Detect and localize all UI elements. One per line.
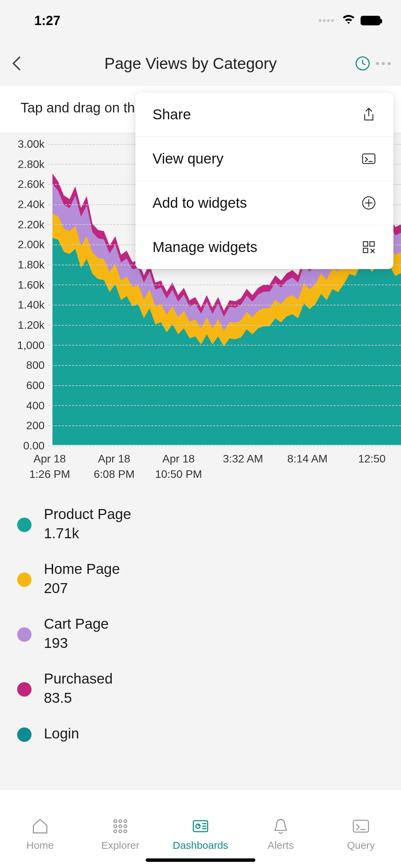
legend-series-name: Home Page [44, 561, 120, 577]
chart-legend: Product Page 1.71k Home Page 207 Cart Pa… [0, 489, 401, 771]
status-bar: 1:27 [0, 0, 401, 41]
back-button[interactable] [10, 50, 38, 77]
plus-circle-icon [361, 195, 376, 210]
home-icon [31, 817, 49, 835]
legend-series-name: Product Page [44, 506, 131, 522]
menu-item-view-query[interactable]: View query [135, 137, 393, 181]
app-header: Page Views by Category [0, 41, 401, 86]
x-tick: Apr 181:26 PM [24, 451, 75, 482]
tab-query[interactable]: Query [321, 789, 401, 868]
y-tick: 0.00 [10, 439, 401, 452]
y-tick: 1.40k [10, 299, 401, 311]
wifi-icon [341, 14, 356, 27]
svg-point-15 [119, 824, 122, 827]
tab-label: Query [347, 840, 375, 851]
legend-item[interactable]: Product Page 1.71k [17, 506, 384, 542]
svg-rect-6 [363, 242, 368, 246]
y-tick-label: 800 [10, 359, 48, 372]
menu-item-label: View query [153, 150, 223, 167]
tab-bar: Home Explorer Dashboards Alerts Query [0, 789, 401, 868]
svg-point-16 [124, 824, 127, 827]
menu-item-label: Share [153, 106, 191, 123]
svg-point-14 [114, 824, 117, 827]
status-icons [319, 14, 380, 27]
legend-item[interactable]: Purchased 83.5 [17, 671, 384, 706]
y-tick-label: 600 [10, 379, 48, 392]
menu-item-label: Add to widgets [153, 195, 247, 211]
legend-item[interactable]: Cart Page 193 [17, 616, 384, 651]
y-tick-label: 1.80k [10, 258, 48, 271]
tab-dashboards[interactable]: Dashboards [160, 789, 241, 868]
cellular-signal-icon [319, 19, 334, 22]
y-tick: 1,000 [10, 339, 401, 352]
gauge-icon [191, 817, 210, 835]
battery-icon [361, 16, 380, 25]
svg-rect-1 [363, 154, 375, 164]
svg-rect-8 [363, 248, 368, 253]
x-tick: 12:50 [346, 451, 398, 482]
svg-point-18 [119, 830, 122, 832]
legend-swatch [17, 727, 32, 742]
legend-series-value: 1.71k [44, 525, 131, 542]
svg-rect-7 [370, 242, 374, 246]
context-menu: Share View query Add to widgets Manage w… [135, 93, 393, 269]
y-tick-label: 2.40k [10, 198, 48, 211]
y-tick: 1.60k [10, 279, 401, 291]
legend-item[interactable]: Home Page 207 [17, 561, 384, 596]
tab-label: Alerts [268, 840, 294, 851]
y-tick: 800 [10, 359, 401, 372]
legend-swatch [17, 627, 32, 642]
y-tick: 1.20k [10, 319, 401, 331]
legend-swatch [17, 572, 32, 587]
share-icon [361, 107, 376, 122]
svg-point-17 [114, 830, 117, 832]
y-tick-label: 1,000 [10, 339, 48, 352]
y-tick-label: 3.00k [10, 138, 48, 150]
page-title: Page Views by Category [38, 54, 347, 73]
svg-line-22 [198, 824, 199, 826]
legend-swatch [17, 682, 32, 697]
y-tick-label: 1.20k [10, 319, 48, 331]
y-tick-label: 200 [10, 419, 48, 432]
terminal-icon [361, 151, 376, 166]
menu-item-add-to-widgets[interactable]: Add to widgets [135, 181, 393, 225]
svg-point-12 [119, 820, 122, 822]
legend-series-value: 207 [44, 580, 120, 596]
menu-item-share[interactable]: Share [135, 93, 393, 137]
svg-point-13 [124, 820, 127, 822]
terminal-icon [352, 817, 370, 835]
y-tick-label: 1.60k [10, 279, 48, 291]
clock-icon[interactable] [355, 56, 370, 71]
x-tick: 8:14 AM [282, 451, 333, 482]
y-tick-label: 1.40k [10, 299, 48, 311]
status-time: 1:27 [34, 13, 60, 28]
grid-icon [111, 817, 130, 835]
y-tick-label: 400 [10, 399, 48, 412]
tab-explorer[interactable]: Explorer [80, 789, 160, 868]
tab-label: Home [26, 840, 54, 851]
legend-series-name: Cart Page [44, 616, 109, 632]
more-options-button[interactable] [370, 62, 391, 65]
y-tick: 400 [10, 399, 401, 412]
y-tick-label: 0.00 [10, 439, 48, 452]
menu-item-manage-widgets[interactable]: Manage widgets [135, 225, 393, 269]
x-tick: 3:32 AM [217, 451, 269, 482]
x-tick: Apr 1810:50 PM [153, 451, 204, 482]
x-tick: Apr 186:08 PM [88, 451, 140, 482]
legend-series-value: 193 [44, 635, 109, 651]
svg-rect-26 [353, 820, 368, 832]
legend-swatch [17, 518, 32, 532]
legend-item[interactable]: Login [17, 725, 384, 742]
tab-alerts[interactable]: Alerts [241, 789, 321, 868]
y-tick: 600 [10, 379, 401, 392]
bell-icon [271, 817, 290, 835]
y-tick-label: 2.80k [10, 158, 48, 171]
menu-item-label: Manage widgets [153, 239, 257, 255]
legend-series-name: Login [44, 725, 79, 742]
tab-label: Explorer [101, 840, 139, 851]
tab-home[interactable]: Home [0, 789, 80, 868]
widgets-icon [361, 240, 376, 255]
legend-series-value: 83.5 [44, 690, 113, 706]
svg-point-19 [124, 830, 127, 832]
home-indicator [146, 858, 255, 862]
